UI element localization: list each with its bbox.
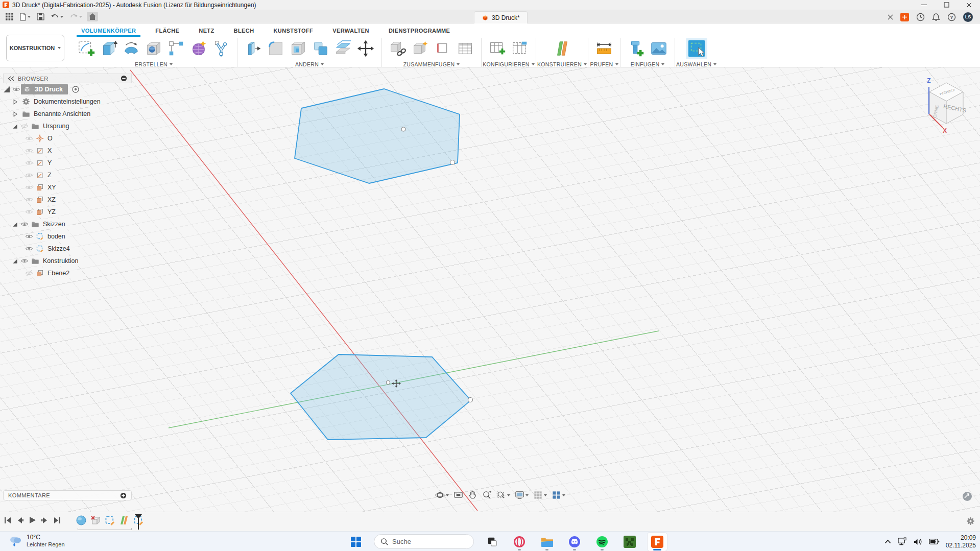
add-comment-icon[interactable] <box>120 492 127 499</box>
construction-plane-icon[interactable] <box>552 38 573 59</box>
bom-table-icon[interactable] <box>455 38 476 59</box>
browser-row-origin-o[interactable]: O <box>3 132 132 145</box>
insert-fastener-icon[interactable] <box>626 38 647 59</box>
panel-minimize-icon[interactable] <box>121 75 127 82</box>
tab-verwalten[interactable]: VERWALTEN <box>323 25 379 37</box>
volume-icon[interactable] <box>913 538 923 546</box>
measure-icon[interactable] <box>593 38 615 59</box>
viewport-canvas[interactable]: BROWSER 3D Druck Dokumenteinstellungen B… <box>0 67 980 512</box>
clock-widget[interactable]: 20:09 02.11.2025 <box>946 534 976 549</box>
insert-image-icon[interactable] <box>648 38 670 59</box>
viewports-icon[interactable] <box>552 490 565 500</box>
configuration-table-icon[interactable] <box>487 38 508 59</box>
minimize-button[interactable] <box>913 0 935 10</box>
hidden-icons-chevron[interactable] <box>885 539 891 544</box>
browser-row-axis-x[interactable]: X <box>3 145 132 157</box>
sketch-point[interactable] <box>468 398 473 402</box>
job-status-icon[interactable] <box>916 13 925 21</box>
sketch-profile-bottom-hexagon[interactable] <box>291 354 471 440</box>
app-discord[interactable] <box>565 533 584 551</box>
visibility-eye-icon[interactable] <box>25 159 34 167</box>
help-icon[interactable]: ? <box>947 13 956 21</box>
joint-icon[interactable] <box>410 38 431 59</box>
display-settings-icon[interactable] <box>515 490 529 500</box>
document-tab[interactable]: 3D Druck* <box>474 11 528 23</box>
battery-charging-icon[interactable] <box>929 538 940 545</box>
app-fusion-active[interactable] <box>648 533 667 551</box>
visibility-eye-icon[interactable] <box>20 220 29 228</box>
notifications-bell-icon[interactable] <box>932 13 940 21</box>
timeline-plane-feature[interactable] <box>118 515 130 526</box>
file-menu-button[interactable] <box>18 12 32 22</box>
close-button[interactable] <box>958 0 980 10</box>
visibility-eye-icon[interactable] <box>25 183 34 191</box>
visibility-eye-off-icon[interactable] <box>20 122 29 130</box>
browser-row-konstruktion[interactable]: Konstruktion <box>3 255 132 267</box>
rectangular-pattern-icon[interactable] <box>165 38 187 59</box>
play-icon[interactable] <box>29 516 36 524</box>
visibility-eye-icon[interactable] <box>12 85 21 93</box>
form-icon[interactable] <box>188 38 209 59</box>
combine-icon[interactable] <box>310 38 331 59</box>
visibility-eye-icon[interactable] <box>25 196 34 204</box>
sketch-point[interactable] <box>401 127 405 131</box>
start-button[interactable] <box>346 533 366 551</box>
look-at-icon[interactable] <box>453 490 463 500</box>
visibility-eye-icon[interactable] <box>25 232 34 241</box>
press-pull-icon[interactable] <box>243 38 264 59</box>
skip-to-end-icon[interactable] <box>53 517 61 524</box>
browser-row-plane-xz[interactable]: XZ <box>3 194 132 206</box>
create-sketch-icon[interactable] <box>76 38 97 59</box>
app-opera-gx[interactable] <box>510 533 529 551</box>
visibility-eye-icon[interactable] <box>25 208 34 216</box>
fit-window-icon[interactable] <box>496 490 510 500</box>
extrude-icon[interactable] <box>98 38 119 59</box>
timeline-position-marker[interactable] <box>134 514 143 530</box>
tab-flaeche[interactable]: FLÄCHE <box>146 25 189 37</box>
app-file-explorer[interactable] <box>537 533 557 551</box>
browser-row-skizzen[interactable]: Skizzen <box>3 218 132 230</box>
task-view-button[interactable] <box>482 533 501 551</box>
tab-netz[interactable]: NETZ <box>189 25 224 37</box>
browser-row-skizze4[interactable]: Skizze4 <box>3 243 132 255</box>
browser-row-plane-yz[interactable]: YZ <box>3 206 132 218</box>
visibility-eye-icon[interactable] <box>25 134 34 142</box>
offset-face-icon[interactable] <box>332 38 354 59</box>
sketch-point[interactable] <box>387 381 390 385</box>
tab-dienstprogramme[interactable]: DIENSTPROGRAMME <box>379 25 460 37</box>
redo-button[interactable] <box>68 12 84 21</box>
timeline-gear-icon[interactable] <box>966 517 975 525</box>
configure-features-icon[interactable] <box>509 38 531 59</box>
tab-kunststoff[interactable]: KUNSTSTOFF <box>264 25 323 37</box>
browser-row-dokumenteinstellungen[interactable]: Dokumenteinstellungen <box>3 95 132 108</box>
undo-button[interactable] <box>49 12 65 21</box>
help-badge-icon[interactable] <box>962 491 972 501</box>
browser-row-ursprung[interactable]: Ursprung <box>3 120 132 132</box>
collapse-panel-icon[interactable] <box>8 76 14 81</box>
browser-row-axis-y[interactable]: Y <box>3 157 132 169</box>
zoom-icon[interactable] <box>482 490 492 500</box>
browser-header[interactable]: BROWSER <box>3 74 132 83</box>
activate-component-radio[interactable] <box>71 85 80 93</box>
network-icon[interactable] <box>897 537 907 546</box>
grid-settings-icon[interactable] <box>533 490 547 500</box>
konstruktion-dropdown[interactable]: KONSTRUKTION <box>6 35 64 61</box>
app-minecraft[interactable] <box>620 533 639 551</box>
sketch-profile-top-hexagon[interactable] <box>295 89 460 183</box>
skip-to-start-icon[interactable] <box>4 517 12 524</box>
save-button[interactable] <box>35 12 46 21</box>
visibility-eye-off-icon[interactable] <box>25 269 34 277</box>
sketch-point[interactable] <box>450 160 455 165</box>
visibility-eye-icon[interactable] <box>20 257 29 265</box>
step-back-icon[interactable] <box>16 517 24 524</box>
orbit-icon[interactable] <box>435 490 449 500</box>
revolve-icon[interactable] <box>121 38 142 59</box>
user-avatar[interactable]: LS <box>963 12 973 22</box>
visibility-eye-icon[interactable] <box>25 171 34 179</box>
visibility-eye-icon[interactable] <box>25 245 34 253</box>
move-icon[interactable] <box>355 38 376 59</box>
maximize-button[interactable] <box>935 0 958 10</box>
shell-icon[interactable] <box>288 38 309 59</box>
tab-blech[interactable]: BLECH <box>224 25 264 37</box>
select-window-icon[interactable] <box>686 38 707 59</box>
